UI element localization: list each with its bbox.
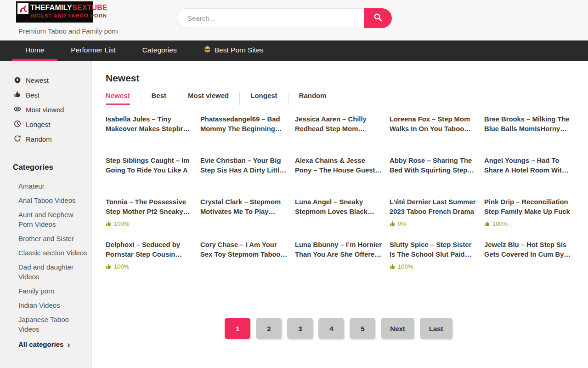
category-link-dad-daughter[interactable]: Dad and daughter Videos (18, 262, 87, 282)
page-button-1[interactable]: 1 (225, 318, 250, 339)
nav-item-performer-list[interactable]: Performer List (57, 40, 129, 61)
tab-newest[interactable]: Newest (106, 92, 141, 105)
red-figure-icon (17, 3, 28, 14)
video-title[interactable]: Pink Drip – Reconciliation Step Family M… (484, 197, 571, 217)
thumb-up-icon (14, 91, 21, 99)
site-header: THEFAMILYSEXTUBE INCEST AND TABOO PORN P… (0, 0, 588, 40)
tab-most-viewed[interactable]: Most viewed (177, 92, 239, 105)
tab-random[interactable]: Random (288, 92, 337, 105)
thumb-up-icon (390, 264, 396, 270)
pagination: 1 2 3 4 5 Next Last (106, 318, 571, 339)
video-title[interactable]: Cory Chase – I Am Your Sex Toy Stepmom T… (200, 240, 288, 259)
site-logo[interactable]: THEFAMILYSEXTUBE INCEST AND TABOO PORN (16, 1, 93, 23)
page-button-5[interactable]: 5 (350, 318, 375, 339)
sidebar-item-longest[interactable]: Longest (14, 120, 87, 129)
video-card: L’été Dernier Last Summer 2023 Taboo Fre… (390, 197, 477, 227)
video-title[interactable]: Jessica Aaren – Chilly Redhead Step Mom … (295, 115, 382, 134)
video-card: Luna Bbunny – I’m Hornier Than You Are S… (295, 240, 382, 270)
video-title[interactable]: Abby Rose – Sharing The Bed With Squirti… (390, 156, 477, 175)
category-link-anal-taboo[interactable]: Anal Taboo Videos (18, 196, 87, 205)
logo-subtitle: INCEST AND TABOO PORN (30, 12, 107, 19)
video-rating: 100% (484, 220, 571, 227)
video-card: Cory Chase – I Am Your Sex Toy Stepmom T… (200, 240, 288, 270)
video-card: Phatassedangel69 – Bad Mommy The Beginni… (200, 115, 288, 143)
video-card: Evie Christian – Your Big Step Sis Has A… (200, 156, 288, 184)
fire-icon (14, 76, 21, 85)
category-link-amateur[interactable]: Amateur (18, 181, 87, 191)
tab-best[interactable]: Best (141, 92, 177, 105)
category-link-classic-section[interactable]: Classic section Videos (18, 248, 87, 258)
search-button[interactable] (364, 8, 392, 28)
category-link-family-porn[interactable]: Family porn (18, 286, 87, 296)
page-button-3[interactable]: 3 (287, 318, 313, 339)
last-page-button[interactable]: Last (420, 318, 452, 339)
clock-icon (14, 120, 21, 129)
video-grid: Isabella Jules – Tiny Makeover Makes Ste… (106, 115, 571, 270)
sort-tabs: Newest Best Most viewed Longest Random (106, 92, 571, 105)
nav-item-home[interactable]: Home (12, 40, 57, 61)
sidebar-item-random[interactable]: Random (14, 135, 87, 144)
sidebar-item-best[interactable]: Best (14, 91, 87, 99)
page-title: Newest (106, 73, 571, 84)
video-card: Luna Angel – Sneaky Stepmom Loves Black … (295, 197, 382, 227)
video-title[interactable]: Loreena Fox – Step Mom Walks In On You T… (390, 115, 477, 134)
video-card: Jewelz Blu – Hot Step Sis Gets Covered I… (484, 240, 571, 270)
video-card: Isabella Jules – Tiny Makeover Makes Ste… (106, 115, 193, 143)
search-icon (373, 12, 383, 24)
video-card: Abby Rose – Sharing The Bed With Squirti… (390, 156, 477, 184)
video-card: Slutty Spice – Step Sister Is The School… (390, 240, 477, 270)
video-card: Step Siblings Caught – Im Going To Ride … (106, 156, 193, 184)
video-title[interactable]: Crystal Clark – Stepmom Motivates Me To … (200, 197, 288, 217)
main-nav: Home Performer List Categories Best Porn… (0, 40, 588, 61)
next-page-button[interactable]: Next (381, 318, 414, 339)
video-card: Loreena Fox – Step Mom Walks In On You T… (390, 115, 477, 143)
video-card: Bree Brooks – Milking The Blue Balls Mom… (484, 115, 571, 143)
video-title[interactable]: Delphoxi – Seduced by Pornstar Step Cous… (106, 240, 193, 259)
nav-item-categories[interactable]: Categories (129, 40, 190, 61)
category-link-aunt-nephew[interactable]: Aunt and Nephew Porn Videos (18, 210, 87, 229)
video-title[interactable]: Luna Angel – Sneaky Stepmom Loves Black … (295, 197, 382, 217)
categories-heading: Categories (13, 163, 87, 172)
video-title[interactable]: Step Siblings Caught – Im Going To Ride … (106, 156, 193, 175)
refresh-icon (14, 135, 21, 144)
eye-icon (14, 105, 21, 114)
video-title[interactable]: Jewelz Blu – Hot Step Sis Gets Covered I… (484, 240, 571, 259)
video-title[interactable]: L’été Dernier Last Summer 2023 Taboo Fre… (390, 197, 477, 217)
video-rating: 0% (390, 220, 477, 227)
video-title[interactable]: Evie Christian – Your Big Step Sis Has A… (200, 156, 288, 175)
all-categories-link[interactable]: All categories › (18, 340, 87, 348)
video-title[interactable]: Slutty Spice – Step Sister Is The School… (390, 240, 477, 259)
search-input[interactable] (177, 8, 364, 28)
nav-item-best-porn-sites[interactable]: Best Porn Sites (190, 40, 277, 61)
logo-title: THEFAMILYSEXTUBE (30, 3, 107, 12)
page-button-4[interactable]: 4 (318, 318, 344, 339)
thumb-up-icon (390, 221, 396, 227)
video-title[interactable]: Tonnia – The Possessive Step Mother Pt2 … (106, 197, 193, 217)
video-title[interactable]: Phatassedangel69 – Bad Mommy The Beginni… (200, 115, 288, 134)
tab-longest[interactable]: Longest (239, 92, 288, 105)
sidebar: Newest Best Most viewed (0, 61, 92, 368)
video-card: Alexa Chains & Jesse Pony – The House Gu… (295, 156, 382, 184)
video-title[interactable]: Alexa Chains & Jesse Pony – The House Gu… (295, 156, 382, 175)
video-rating: 100% (106, 263, 193, 270)
category-link-japanese-taboo[interactable]: Japanese Taboo Videos (18, 315, 87, 334)
category-link-indian[interactable]: Indian Videos (18, 300, 87, 310)
sidebar-item-most-viewed[interactable]: Most viewed (14, 105, 87, 114)
video-title[interactable]: Luna Bbunny – I’m Hornier Than You Are S… (295, 240, 382, 259)
search-bar (177, 8, 392, 28)
page-body: Newest Best Most viewed (0, 61, 588, 368)
sidebar-item-newest[interactable]: Newest (14, 76, 87, 85)
video-title[interactable]: Isabella Jules – Tiny Makeover Makes Ste… (106, 115, 193, 134)
video-card: Delphoxi – Seduced by Pornstar Step Cous… (106, 240, 193, 270)
video-rating: 100% (390, 263, 477, 270)
thumb-up-icon (106, 221, 112, 227)
thumb-up-icon (106, 264, 112, 270)
page-button-2[interactable]: 2 (256, 318, 282, 339)
video-card: Jessica Aaren – Chilly Redhead Step Mom … (295, 115, 382, 143)
category-link-brother-sister[interactable]: Brother and Sister (18, 234, 87, 243)
video-title[interactable]: Angel Youngs – Had To Share A Hotel Room… (484, 156, 571, 175)
chevron-right-icon: › (67, 341, 70, 348)
site-tagline: Premium Taboo and Family porn (18, 27, 118, 35)
video-title[interactable]: Bree Brooks – Milking The Blue Balls Mom… (484, 115, 571, 134)
thumb-up-icon (484, 221, 490, 227)
